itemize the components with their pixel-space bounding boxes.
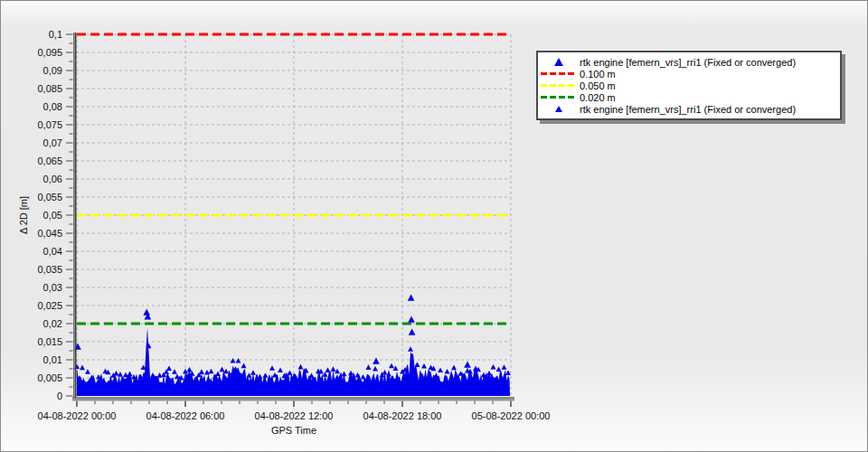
triangle-marker-icon bbox=[231, 358, 236, 363]
triangle-marker-icon bbox=[554, 58, 563, 66]
legend-label: 0.050 m bbox=[580, 80, 616, 91]
y-tick-label: 0,045 bbox=[37, 228, 62, 239]
triangle-marker-icon bbox=[373, 358, 380, 364]
triangle-marker-icon bbox=[241, 363, 247, 369]
legend-entry: rtk engine [femern_vrs]_rri1 (Fixed or c… bbox=[538, 56, 836, 68]
triangle-marker-icon bbox=[278, 367, 283, 372]
triangle-marker-icon bbox=[408, 295, 415, 301]
triangle-marker-icon bbox=[373, 366, 378, 372]
legend-marker bbox=[538, 84, 580, 87]
x-tick-label: 04-08-2022 00:00 bbox=[38, 410, 117, 421]
x-axis-title: GPS Time bbox=[77, 425, 511, 436]
triangle-marker-icon bbox=[366, 364, 372, 370]
triangle-marker-icon bbox=[408, 316, 415, 323]
y-tick-label: 0,035 bbox=[37, 264, 62, 275]
dash-line-icon bbox=[541, 96, 577, 99]
y-tick-label: 0,005 bbox=[37, 372, 62, 383]
y-tick-label: 0,04 bbox=[43, 246, 62, 257]
y-tick-label: 0,015 bbox=[37, 336, 62, 347]
chart-window: 0,10,0950,090,0850,080,0750,070,0650,060… bbox=[0, 0, 868, 452]
legend-entry: rtk engine [femern_vrs]_rri1 (Fixed or c… bbox=[538, 103, 836, 115]
y-tick-label: 0,02 bbox=[43, 318, 62, 329]
triangle-marker-icon bbox=[408, 346, 413, 352]
triangle-marker-icon bbox=[166, 365, 172, 371]
y-tick-label: 0,03 bbox=[43, 282, 62, 293]
y-tick-label: 0,01 bbox=[43, 354, 62, 365]
y-tick-label: 0,09 bbox=[43, 65, 62, 76]
triangle-marker-icon bbox=[247, 372, 252, 378]
triangle-marker-icon bbox=[204, 370, 210, 375]
triangle-marker-icon bbox=[486, 371, 492, 376]
triangle-marker-icon bbox=[236, 358, 241, 363]
triangle-marker-icon bbox=[138, 373, 144, 379]
y-tick-label: 0,055 bbox=[37, 192, 62, 202]
triangle-marker-icon bbox=[298, 364, 304, 370]
triangle-marker-icon bbox=[187, 367, 193, 372]
dash-line-icon bbox=[541, 72, 577, 75]
triangle-marker-icon bbox=[415, 362, 420, 367]
triangle-marker-icon bbox=[496, 366, 502, 372]
legend-marker bbox=[538, 58, 580, 66]
triangle-marker-icon bbox=[80, 365, 85, 371]
y-tick-label: 0,025 bbox=[37, 300, 62, 311]
triangle-marker-icon bbox=[505, 370, 511, 375]
triangle-marker-icon bbox=[409, 329, 416, 335]
triangle-marker-icon bbox=[421, 363, 427, 369]
y-tick-label: 0,07 bbox=[43, 137, 62, 148]
triangle-marker-icon bbox=[445, 369, 450, 374]
triangle-marker-icon bbox=[481, 372, 486, 378]
y-tick-label: 0,075 bbox=[37, 119, 62, 130]
y-tick-label: 0,1 bbox=[49, 29, 62, 40]
triangle-marker-icon bbox=[150, 372, 156, 378]
x-tick-label: 05-08-2022 00:00 bbox=[472, 410, 551, 421]
triangle-marker-icon bbox=[326, 367, 331, 372]
legend-label: rtk engine [femern_vrs]_rri1 (Fixed or c… bbox=[580, 57, 796, 68]
triangle-marker-icon bbox=[209, 369, 214, 374]
legend-entry: 0.050 m bbox=[538, 80, 836, 91]
triangle-marker-icon bbox=[215, 371, 221, 376]
triangle-marker-icon bbox=[118, 372, 123, 377]
triangle-marker-icon bbox=[464, 362, 471, 368]
triangle-marker-icon bbox=[309, 373, 315, 379]
legend[interactable]: rtk engine [femern_vrs]_rri1 (Fixed or c… bbox=[536, 51, 842, 120]
triangle-marker-icon bbox=[389, 363, 394, 369]
triangle-marker-icon bbox=[220, 367, 225, 372]
triangle-marker-icon bbox=[288, 370, 293, 375]
legend-marker bbox=[538, 106, 580, 112]
triangle-marker-icon bbox=[263, 372, 269, 378]
legend-marker bbox=[538, 72, 580, 75]
triangle-marker-icon bbox=[331, 366, 336, 372]
triangle-marker-icon bbox=[438, 367, 443, 372]
triangle-marker-icon bbox=[258, 374, 263, 380]
y-tick-label: 0,095 bbox=[37, 47, 62, 58]
x-tick-label: 04-08-2022 18:00 bbox=[363, 410, 442, 421]
legend-marker bbox=[538, 96, 580, 99]
legend-entry: 0.020 m bbox=[538, 91, 836, 103]
triangle-marker-icon bbox=[555, 106, 562, 112]
triangle-marker-icon bbox=[123, 372, 128, 378]
triangle-marker-icon bbox=[348, 371, 354, 376]
y-tick-label: 0,08 bbox=[43, 101, 62, 112]
y-tick-label: 0,085 bbox=[37, 83, 62, 94]
x-axis-ticks: 04-08-2022 00:0004-08-2022 06:0004-08-20… bbox=[38, 401, 551, 422]
legend-label: 0.100 m bbox=[580, 69, 616, 80]
y-tick-label: 0 bbox=[57, 391, 62, 401]
triangle-marker-icon bbox=[114, 371, 119, 376]
triangle-marker-icon bbox=[250, 370, 256, 375]
data-series bbox=[74, 295, 511, 397]
x-tick-label: 04-08-2022 12:00 bbox=[255, 410, 334, 421]
legend-label: rtk engine [femern_vrs]_rri1 (Fixed or c… bbox=[580, 104, 796, 115]
y-tick-label: 0,065 bbox=[37, 155, 62, 166]
triangle-marker-icon bbox=[175, 374, 180, 380]
triangle-marker-icon bbox=[491, 364, 496, 370]
triangle-marker-icon bbox=[143, 309, 150, 315]
triangle-marker-icon bbox=[85, 369, 90, 374]
triangle-marker-icon bbox=[127, 371, 133, 376]
triangle-marker-icon bbox=[361, 374, 366, 380]
triangle-marker-icon bbox=[342, 372, 347, 377]
triangle-marker-icon bbox=[502, 364, 507, 370]
triangle-marker-icon bbox=[382, 370, 388, 375]
legend-label: 0.020 m bbox=[580, 92, 616, 103]
triangle-marker-icon bbox=[199, 369, 204, 374]
triangle-marker-icon bbox=[355, 372, 361, 378]
